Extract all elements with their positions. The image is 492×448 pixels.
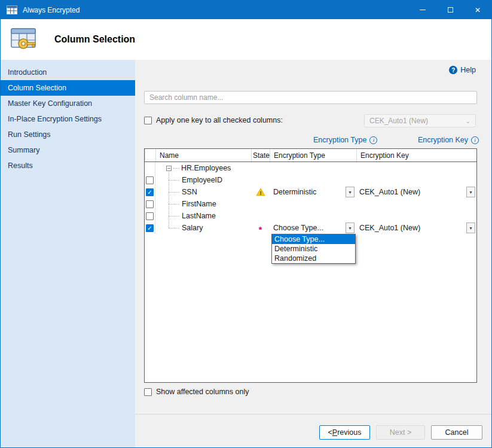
encryption-type-dropdown-button[interactable]: ▾ [346,187,355,197]
previous-button-prefix: < [328,428,332,437]
encryption-key-dropdown-button[interactable]: ▾ [466,223,475,233]
footer-bar: < Previous Next > Cancel [135,414,491,447]
show-affected-row: Show affected columns only [144,388,249,396]
minimize-icon [420,10,426,10]
dropdown-arrow-icon: ▾ [469,225,472,231]
dropdown-option-randomized[interactable]: Randomized [272,254,355,263]
svg-text:!: ! [259,190,261,196]
wizard-body: Introduction Column Selection Master Key… [1,60,491,447]
table-row: LastName [145,210,476,222]
tree-connector [169,204,179,205]
column-name: SSN [182,188,197,196]
sidebar-item-results[interactable]: Results [1,158,135,173]
encryption-type-dropdown-list: Choose Type... Deterministic Randomized [271,234,356,264]
main-content: ? Help Apply one key to all checked colu… [135,60,491,447]
column-name: EmployeeID [182,176,222,184]
dropdown-arrow-icon: ▾ [349,190,351,195]
header-encryption-type: Encryption Type [270,149,356,161]
table-row: FirstName [145,198,476,210]
column-checkbox-lastname[interactable] [146,212,154,220]
sidebar-item-in-place-encryption-settings[interactable]: In-Place Encryption Settings [1,111,135,127]
dropdown-option-choose-type[interactable]: Choose Type... [272,234,355,244]
app-icon [7,5,17,14]
table-name: HR.Employees [181,164,231,172]
maximize-button[interactable] [436,1,464,19]
column-name: FirstName [182,200,216,208]
info-icon[interactable]: i [369,136,377,144]
apply-key-row: Apply one key to all checked columns: [144,116,283,124]
check-icon: ✓ [147,225,152,231]
encryption-key-link-label: Encryption Key [418,136,468,144]
check-icon: ✓ [147,189,152,196]
encryption-type-link-label: Encryption Type [313,136,366,144]
help-label: Help [460,66,476,74]
sidebar-item-summary[interactable]: Summary [1,142,135,158]
tree-connector [173,168,179,169]
minimize-button[interactable] [409,1,436,19]
tree-guide-line [169,170,169,228]
table-row: EmployeeID [145,174,476,186]
tree-connector [169,192,179,193]
encryption-key-link[interactable]: Encryption Key i [418,136,479,144]
show-affected-checkbox[interactable] [144,388,152,396]
window-controls: ✕ [409,1,491,19]
table-row-group: − HR.Employees [145,162,476,174]
window-title: Always Encrypted [23,6,80,14]
encryption-type-value: Deterministic [273,188,316,196]
sidebar-item-master-key-configuration[interactable]: Master Key Configuration [1,96,135,111]
previous-button[interactable]: < Previous [319,425,370,440]
dropdown-arrow-icon: ▾ [349,225,351,231]
encryption-type-dropdown-button[interactable]: ▾ [346,223,355,233]
column-checkbox-salary[interactable]: ✓ [146,224,154,232]
group-checkbox-cell [145,162,155,174]
header-encryption-key: Encryption Key [356,149,476,161]
sidebar-item-column-selection[interactable]: Column Selection [1,80,135,96]
maximize-icon [448,7,453,13]
dropdown-option-deterministic[interactable]: Deterministic [272,244,355,254]
apply-key-value: CEK_Auto1 (New) [369,117,428,125]
column-name: Salary [182,224,203,232]
footer-buttons: < Previous Next > Cancel [319,425,482,440]
header-state: State [251,149,270,161]
header-checkbox-column [145,149,155,161]
cancel-button[interactable]: Cancel [431,425,482,440]
dropdown-arrow-icon: ▾ [469,190,472,195]
tree-connector [169,228,179,228]
table-key-icon [9,26,39,53]
encryption-type-link[interactable]: Encryption Type i [313,136,377,144]
previous-button-rest: revious [337,428,361,437]
apply-key-combobox[interactable]: CEK_Auto1 (New) ⌄ [364,114,476,127]
group-name-cell: − HR.Employees [155,162,251,174]
encryption-type-value: Choose Type... [273,224,323,232]
required-asterisk-icon: * [259,227,262,233]
info-icon[interactable]: i [471,136,479,144]
wizard-steps-sidebar: Introduction Column Selection Master Key… [1,60,135,447]
page-title: Column Selection [54,34,135,45]
encryption-key-dropdown-button[interactable]: ▾ [466,187,475,197]
header-name: Name [155,149,251,161]
column-checkbox-employeeid[interactable] [146,176,154,184]
sidebar-item-run-settings[interactable]: Run Settings [1,127,135,142]
column-checkbox-firstname[interactable] [146,200,154,208]
encryption-key-value: CEK_Auto1 (New) [359,188,420,196]
search-input[interactable] [144,91,477,104]
previous-button-accesskey: P [332,428,337,437]
columns-table-header: Name State Encryption Type Encryption Ke… [145,149,476,162]
sidebar-item-introduction[interactable]: Introduction [1,65,135,80]
help-icon: ? [449,66,457,74]
chevron-down-icon: ⌄ [466,118,470,124]
column-name: LastName [182,212,216,220]
apply-key-checkbox[interactable] [144,117,152,124]
close-button[interactable]: ✕ [464,1,491,19]
table-row: ✓ SSN ! Deterministic ▾ [145,186,476,198]
column-checkbox-ssn[interactable]: ✓ [146,188,154,196]
apply-key-label: Apply one key to all checked columns: [156,116,283,124]
encryption-key-value: CEK_Auto1 (New) [359,224,420,232]
title-bar: Always Encrypted ✕ [1,1,491,19]
tree-connector [169,180,179,181]
tree-connector [169,216,179,217]
show-affected-label: Show affected columns only [156,388,249,396]
next-button[interactable]: Next > [376,425,425,440]
help-link[interactable]: ? Help [449,66,476,74]
always-encrypted-wizard-window: Always Encrypted ✕ Column Selection Intr… [0,0,492,448]
